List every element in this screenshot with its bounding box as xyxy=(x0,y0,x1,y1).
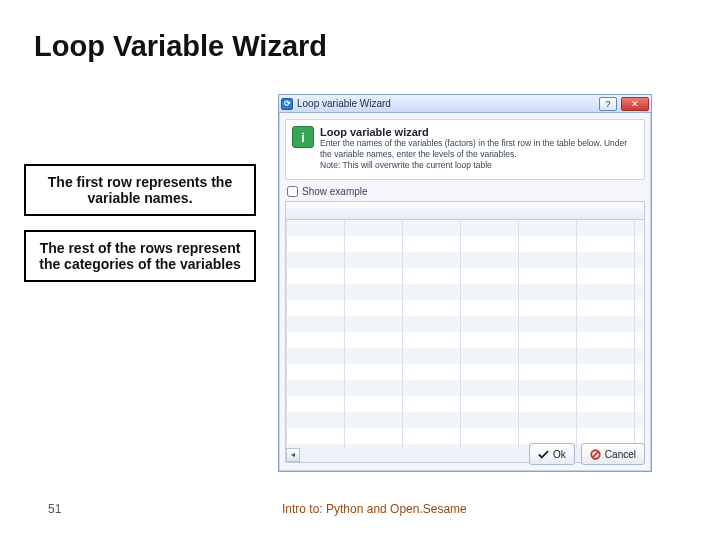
grid-header-row[interactable] xyxy=(286,202,644,220)
ok-label: Ok xyxy=(553,449,566,460)
svg-line-1 xyxy=(592,451,598,457)
dialog-footer: Ok Cancel xyxy=(279,437,651,471)
show-example-input[interactable] xyxy=(287,186,298,197)
show-example-label: Show example xyxy=(302,186,368,197)
ok-button[interactable]: Ok xyxy=(529,443,575,465)
info-icon: i xyxy=(292,126,314,148)
header-panel: i Loop variable wizard Enter the names o… xyxy=(285,119,645,180)
callout-first-row: The first row represents the variable na… xyxy=(24,164,256,216)
callout-rest-rows: The rest of the rows represent the categ… xyxy=(24,230,256,282)
app-icon: ⟳ xyxy=(281,98,293,110)
footer-text: Intro to: Python and Open.Sesame xyxy=(282,502,467,516)
help-button[interactable]: ? xyxy=(599,97,617,111)
cancel-button[interactable]: Cancel xyxy=(581,443,645,465)
variable-grid[interactable]: ◂ ▸ xyxy=(285,201,645,463)
header-title: Loop variable wizard xyxy=(320,126,638,138)
cancel-label: Cancel xyxy=(605,449,636,460)
cancel-icon xyxy=(590,449,601,460)
page-number: 51 xyxy=(48,502,61,516)
header-note: Note: This will overwrite the current lo… xyxy=(320,160,638,171)
close-button[interactable]: ✕ xyxy=(621,97,649,111)
wizard-dialog: ⟳ Loop variable Wizard ? ✕ i Loop variab… xyxy=(278,94,652,472)
check-icon xyxy=(538,449,549,460)
window-title: Loop variable Wizard xyxy=(297,98,595,109)
titlebar: ⟳ Loop variable Wizard ? ✕ xyxy=(279,95,651,113)
show-example-checkbox[interactable]: Show example xyxy=(287,186,643,197)
page-title: Loop Variable Wizard xyxy=(34,30,327,63)
header-desc: Enter the names of the variables (factor… xyxy=(320,138,638,159)
